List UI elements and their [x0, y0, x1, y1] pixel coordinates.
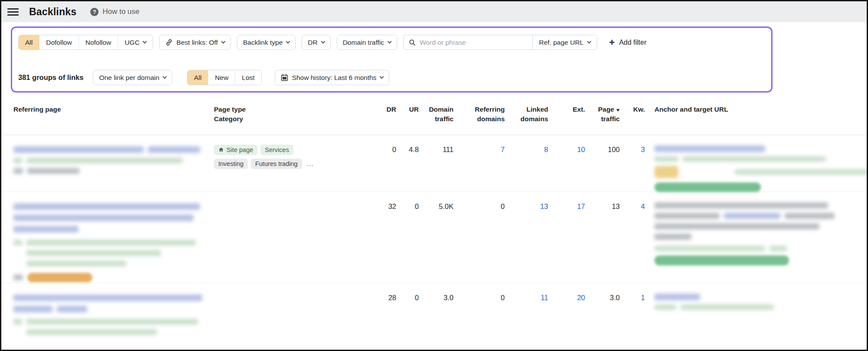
page-type-badge: Services	[260, 145, 293, 155]
groups-count: 381 groups of links	[18, 73, 83, 82]
tab-status-all[interactable]: All	[187, 70, 208, 85]
table-row: EN 28 0 3.0 0 11 20 3.0 1	[1, 283, 867, 351]
ur-value: 0	[396, 202, 419, 211]
chevron-down-icon	[388, 40, 392, 44]
col-referring-page[interactable]: Referring page	[13, 105, 214, 124]
col-page-type-category[interactable]: Page type Category	[214, 105, 377, 124]
tab-dofollow[interactable]: Dofollow	[39, 35, 78, 50]
referring-page-cell[interactable]	[13, 202, 214, 282]
more-badges[interactable]: …	[307, 160, 315, 168]
page-traffic-value: 3.0	[585, 293, 620, 302]
table-row: 32 0 5.0K 0 13 17 13 4	[1, 192, 867, 283]
add-filter-button[interactable]: + Add filter	[609, 38, 647, 47]
search-icon	[409, 39, 416, 46]
chevron-down-icon	[142, 40, 147, 44]
referring-page-cell[interactable]: EN	[13, 293, 214, 335]
chevron-down-icon	[587, 40, 591, 44]
show-history-dropdown[interactable]: Show history: Last 6 months	[275, 70, 390, 85]
best-links-button[interactable]: Best links: Off	[159, 35, 231, 50]
referring-domains-value: 0	[454, 293, 505, 302]
link-mode-dropdown[interactable]: One link per domain	[93, 70, 172, 85]
page-traffic-value: 100	[585, 145, 620, 154]
ext-value[interactable]: 17	[548, 202, 585, 211]
how-to-use-link[interactable]: ? How to use	[90, 7, 139, 16]
kw-value[interactable]: 1	[620, 293, 645, 302]
referring-domains-value: 0	[454, 202, 505, 211]
category-badge: Futures trading	[251, 159, 302, 169]
referring-page-cell[interactable]	[13, 145, 214, 174]
chevron-down-icon	[321, 40, 325, 44]
dr-value: 32	[377, 202, 396, 211]
page-traffic-value: 13	[585, 202, 620, 211]
domain-traffic-value: 3.0	[419, 293, 454, 302]
app-window: Backlinks ? How to use All Dofollow Nofo…	[0, 0, 868, 351]
domain-traffic-value: 5.0K	[419, 202, 454, 211]
how-to-use-label: How to use	[102, 7, 139, 16]
filter-row: All Dofollow Nofollow UGC Best links: Of…	[18, 35, 765, 50]
dr-value: 28	[377, 293, 396, 302]
page-type-badge: Site page	[214, 145, 257, 155]
table-row: Site page Services Investing Futures tra…	[1, 135, 867, 192]
linked-domains-value[interactable]: 11	[505, 293, 548, 302]
chevron-down-icon	[380, 75, 384, 79]
linked-domains-value[interactable]: 8	[505, 145, 548, 154]
table-header: Referring page Page type Category DR UR …	[1, 105, 867, 135]
top-bar: Backlinks ? How to use	[1, 1, 867, 22]
ext-value[interactable]: 20	[548, 293, 585, 302]
tab-status-lost[interactable]: Lost	[235, 70, 261, 85]
sort-desc-icon	[616, 109, 620, 112]
search-input[interactable]	[420, 39, 527, 46]
menu-icon[interactable]	[7, 8, 19, 16]
col-domain-traffic[interactable]: Domain traffic	[419, 105, 454, 124]
tab-status-new[interactable]: New	[208, 70, 235, 85]
anchor-target-cell[interactable]	[645, 145, 868, 192]
linked-domains-value[interactable]: 13	[505, 202, 548, 211]
kw-value[interactable]: 3	[620, 145, 645, 154]
ref-page-url-filter[interactable]: Ref. page URL	[533, 35, 597, 50]
col-referring-domains[interactable]: Referring domains	[454, 105, 505, 124]
category-badge: Investing	[214, 159, 248, 169]
tab-all-links[interactable]: All	[19, 35, 39, 50]
plus-icon: +	[609, 38, 615, 47]
calendar-icon	[281, 74, 288, 81]
col-dr[interactable]: DR	[377, 105, 396, 124]
tab-nofollow[interactable]: Nofollow	[79, 35, 118, 50]
col-page-traffic[interactable]: Page traffic	[585, 105, 620, 124]
anchor-target-cell[interactable]	[645, 202, 867, 265]
tab-ugc[interactable]: UGC	[118, 35, 152, 50]
col-anchor-target-url[interactable]: Anchor and target URL	[645, 105, 867, 124]
word-search-combo: Ref. page URL	[403, 35, 597, 50]
link-icon	[165, 39, 173, 46]
page-title: Backlinks	[29, 6, 76, 18]
chevron-down-icon	[163, 75, 167, 79]
home-icon	[218, 147, 224, 152]
dr-filter[interactable]: DR	[302, 35, 330, 50]
col-ur[interactable]: UR	[396, 105, 419, 124]
page-type-cell: Site page Services Investing Futures tra…	[214, 145, 377, 169]
summary-row: 381 groups of links One link per domain …	[18, 70, 765, 85]
chevron-down-icon	[221, 40, 225, 44]
search-box[interactable]	[403, 35, 533, 50]
status-tabs: All New Lost	[187, 70, 262, 85]
col-linked-domains[interactable]: Linked domains	[505, 105, 548, 124]
col-kw[interactable]: Kw.	[620, 105, 645, 124]
ext-value[interactable]: 10	[548, 145, 585, 154]
chevron-down-icon	[286, 40, 290, 44]
col-ext[interactable]: Ext.	[548, 105, 585, 124]
domain-traffic-value: 111	[419, 145, 454, 154]
ur-value: 0	[396, 293, 419, 302]
referring-domains-value[interactable]: 7	[454, 145, 505, 154]
dr-value: 0	[377, 145, 396, 154]
backlink-type-filter[interactable]: Backlink type	[237, 35, 296, 50]
anchor-target-cell[interactable]	[645, 293, 867, 310]
domain-traffic-filter[interactable]: Domain traffic	[337, 35, 397, 50]
filters-panel: All Dofollow Nofollow UGC Best links: Of…	[11, 26, 773, 93]
help-icon: ?	[90, 8, 99, 16]
follow-filter-tabs: All Dofollow Nofollow UGC	[18, 35, 153, 50]
ur-value: 4.8	[396, 145, 419, 154]
kw-value[interactable]: 4	[620, 202, 645, 211]
